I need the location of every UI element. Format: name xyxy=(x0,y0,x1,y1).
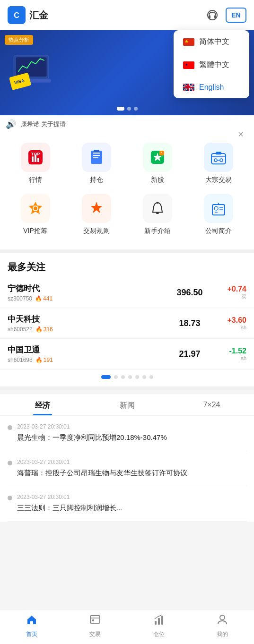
icon-item-company[interactable]: 公司简介 xyxy=(195,194,242,235)
stock-pdot-5[interactable] xyxy=(135,375,139,379)
tab-news[interactable]: 新闻 xyxy=(85,394,169,415)
lang-option-simplified[interactable]: 简体中文 xyxy=(174,30,249,53)
stock-name-3: 中国卫通 xyxy=(8,344,171,355)
stock-pdot-2[interactable] xyxy=(114,375,118,379)
nav-label-position: 仓位 xyxy=(153,630,165,638)
svg-point-44 xyxy=(157,202,158,204)
stock-pdot-3[interactable] xyxy=(121,375,125,379)
stock-extra-2: sh xyxy=(209,325,246,330)
icon-item-dazong[interactable]: 大宗交易 xyxy=(195,143,242,184)
stock-extra-3: sh xyxy=(209,355,246,361)
stock-change-3: -1.52 xyxy=(209,347,246,355)
stock-price-2: 18.73 xyxy=(171,318,209,328)
rules-label: 交易规则 xyxy=(83,227,110,235)
stock-hot-1: 🔥441 xyxy=(35,295,53,302)
nav-item-position[interactable]: 仓位 xyxy=(140,613,178,638)
icon-grid: TOP 行情 持仓 xyxy=(0,133,254,249)
icon-item-hangqing[interactable]: TOP 行情 xyxy=(12,143,59,184)
svg-rect-54 xyxy=(155,621,157,625)
news-item-1[interactable]: 2023-03-27 20:30:01 晨光生物：一季度净利同比预增20.18%… xyxy=(8,416,246,451)
nav-label-profile: 我的 xyxy=(217,630,228,638)
flag-cn-icon xyxy=(183,38,194,46)
lang-option-traditional[interactable]: 繁體中文 xyxy=(174,53,249,77)
news-time-1: 2023-03-27 20:30:01 xyxy=(17,423,167,430)
svg-rect-53 xyxy=(92,619,94,621)
stock-pdot-6[interactable] xyxy=(142,375,146,379)
banner-dot-3[interactable] xyxy=(134,107,138,111)
news-item-3[interactable]: 2023-03-27 20:30:01 三三法则：三只脚控制利润增长... xyxy=(8,486,246,522)
banner-dot-1[interactable] xyxy=(117,107,124,111)
stock-left-2: 中天科技 sh600522 🔥316 xyxy=(8,314,171,333)
language-dropdown: 简体中文 繁體中文 English xyxy=(174,30,249,98)
company-label: 公司简介 xyxy=(205,227,232,235)
close-button[interactable]: × xyxy=(234,128,247,141)
language-button[interactable]: EN xyxy=(226,8,246,23)
ticker-text: 康希诺:关于提请 xyxy=(21,120,66,129)
stock-page-dots xyxy=(0,369,254,386)
vip-icon xyxy=(21,194,50,223)
logo-text: 汇金 xyxy=(29,9,48,22)
section-divider-2 xyxy=(0,386,254,390)
stock-hot-3: 🔥191 xyxy=(35,357,53,363)
news-content-2: 2023-03-27 20:30:01 海普瑞：控股子公司昂瑞生物与友华生技签订… xyxy=(17,459,187,479)
stock-code-row-1: sz300750 🔥441 xyxy=(8,295,171,302)
stock-hot-2: 🔥316 xyxy=(35,326,53,333)
nav-item-trade[interactable]: 交易 xyxy=(76,613,114,638)
stock-code-row-3: sh601698 🔥191 xyxy=(8,357,171,363)
nav-item-profile[interactable]: 我的 xyxy=(203,613,241,638)
hangqing-label: 行情 xyxy=(29,176,42,184)
tab-247[interactable]: 7×24 xyxy=(169,394,254,415)
stock-pdot-4[interactable] xyxy=(128,375,132,379)
stock-code-2: sh600522 xyxy=(8,326,33,333)
news-bullet-2 xyxy=(8,461,12,465)
flag-tw-icon xyxy=(183,61,194,69)
icon-item-newbie[interactable]: 新手介绍 xyxy=(134,194,181,235)
stock-list: 宁德时代 sz300750 🔥441 396.50 +0.74 买 中天科技 s… xyxy=(0,277,254,369)
chicang-icon xyxy=(82,143,111,172)
stock-pdot-7[interactable] xyxy=(149,375,153,379)
stock-left-3: 中国卫通 sh601698 🔥191 xyxy=(8,344,171,363)
nav-label-home: 首页 xyxy=(26,630,37,638)
icon-item-chicang[interactable]: 持仓 xyxy=(73,143,120,184)
icon-item-rules[interactable]: 交易规则 xyxy=(73,194,120,235)
rules-icon xyxy=(82,194,111,223)
news-title-3: 三三法则：三只脚控制利润增长... xyxy=(17,503,123,514)
svg-rect-21 xyxy=(32,156,34,162)
xingu-icon xyxy=(143,143,172,172)
stock-item-1[interactable]: 宁德时代 sz300750 🔥441 396.50 +0.74 买 xyxy=(0,277,254,308)
stock-item-3[interactable]: 中国卫通 sh601698 🔥191 21.97 -1.52 sh xyxy=(0,339,254,369)
nav-item-home[interactable]: 首页 xyxy=(13,613,51,638)
news-item-2[interactable]: 2023-03-27 20:30:01 海普瑞：控股子公司昂瑞生物与友华生技签订… xyxy=(8,451,246,487)
svg-rect-25 xyxy=(93,153,100,154)
svg-rect-13 xyxy=(183,87,194,88)
company-icon xyxy=(204,194,233,223)
stock-name-2: 中天科技 xyxy=(8,314,171,325)
stock-item-2[interactable]: 中天科技 sh600522 🔥316 18.73 +3.60 sh xyxy=(0,308,254,339)
tab-economy[interactable]: 经济 xyxy=(0,394,85,415)
header-right: EN xyxy=(204,7,246,24)
stock-mid-1: 396.50 xyxy=(171,288,209,298)
banner-dot-2[interactable] xyxy=(127,107,131,111)
stock-right-1: +0.74 买 xyxy=(209,285,246,301)
news-title-2: 海普瑞：控股子公司昂瑞生物与友华生技签订许可协议 xyxy=(17,468,187,479)
svg-rect-12 xyxy=(188,84,189,91)
news-content-1: 2023-03-27 20:30:01 晨光生物：一季度净利同比预增20.18%… xyxy=(17,423,167,443)
news-bullet-1 xyxy=(8,425,12,430)
stock-code-1: sz300750 xyxy=(8,295,32,302)
news-content-3: 2023-03-27 20:30:01 三三法则：三只脚控制利润增长... xyxy=(17,494,123,514)
bottom-nav: 首页 交易 仓位 我的 xyxy=(0,609,254,644)
logo-area: C 汇金 xyxy=(8,6,48,24)
stock-left-1: 宁德时代 sz300750 🔥441 xyxy=(8,283,171,302)
headset-button[interactable] xyxy=(204,7,221,24)
svg-point-57 xyxy=(220,615,225,620)
lang-label-english: English xyxy=(199,83,224,92)
svg-rect-27 xyxy=(93,157,98,158)
ticker-bar: 🔊 康希诺:关于提请 xyxy=(0,115,254,133)
lang-option-english[interactable]: English xyxy=(174,77,249,98)
svg-point-37 xyxy=(220,159,223,162)
icon-item-vip[interactable]: VIP抢筹 xyxy=(12,194,59,235)
stock-pdot-1[interactable] xyxy=(101,375,111,379)
section-divider-1 xyxy=(0,249,254,253)
icon-item-xingu[interactable]: 新股 xyxy=(134,143,181,184)
lang-label-traditional: 繁體中文 xyxy=(199,60,229,70)
